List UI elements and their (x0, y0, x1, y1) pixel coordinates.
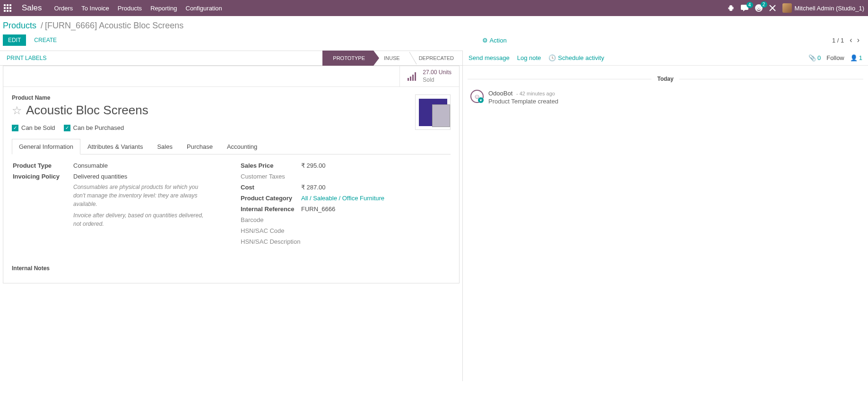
tabs: General Information Attributes & Variant… (12, 139, 451, 154)
cost-value: ₹ 287.00 (301, 184, 325, 191)
svg-rect-0 (408, 78, 409, 81)
user-avatar (782, 3, 792, 13)
gear-icon: ⚙ (482, 37, 488, 44)
pager: 1 / 1 ‹ › (832, 36, 860, 44)
tab-sales[interactable]: Sales (150, 139, 180, 154)
internal-reference-value: FURN_6666 (301, 205, 335, 213)
invoicing-policy-value: Delivered quantities (73, 173, 210, 180)
user-icon: 👤 (850, 54, 858, 61)
chatter-date-label: Today (651, 76, 679, 82)
chatter: Send message Log note 🕓 Schedule activit… (462, 51, 868, 381)
message-body: Product Template created (488, 98, 558, 105)
product-category-value[interactable]: All / Saleable / Office Furniture (301, 195, 384, 202)
follower-count-value: 1 (859, 54, 862, 61)
sales-price-value: ₹ 295.00 (301, 162, 325, 169)
invoicing-policy-label: Invoicing Policy (13, 173, 73, 180)
sales-price-label: Sales Price (241, 162, 301, 169)
internal-reference-label: Internal Reference (241, 205, 301, 213)
action-label: Action (490, 37, 507, 44)
app-brand[interactable]: Sales (22, 3, 42, 13)
product-name: Acoustic Bloc Screens (26, 103, 148, 118)
tab-accounting[interactable]: Accounting (220, 139, 264, 154)
schedule-activity-button[interactable]: 🕓 Schedule activity (548, 54, 604, 61)
log-note-button[interactable]: Log note (517, 54, 541, 61)
send-message-button[interactable]: Send message (469, 54, 510, 61)
product-name-label: Product Name (12, 94, 415, 101)
hsn-desc-label: HSN/SAC Description (241, 238, 301, 245)
form-sheet: 27.00 Units Sold Product Name ☆ Acoustic… (3, 66, 460, 283)
action-menu[interactable]: ⚙ Action (482, 37, 507, 44)
edit-button[interactable]: EDIT (3, 34, 26, 46)
attachment-count[interactable]: 📎0 (808, 54, 821, 61)
product-type-label: Product Type (13, 162, 73, 169)
product-image[interactable] (415, 94, 451, 130)
svg-rect-3 (415, 72, 416, 81)
svg-rect-1 (410, 77, 411, 81)
schedule-activity-label: Schedule activity (558, 54, 604, 61)
nav-configuration[interactable]: Configuration (186, 5, 222, 12)
bar-chart-icon (408, 72, 418, 81)
activities-badge: 2 (761, 1, 767, 8)
print-labels-button[interactable]: PRINT LABELS (0, 55, 53, 61)
create-button[interactable]: CREATE (29, 34, 62, 46)
paperclip-icon: 📎 (808, 54, 816, 61)
status-prototype[interactable]: PROTOTYPE (322, 51, 373, 66)
follow-button[interactable]: Follow (826, 54, 844, 61)
sold-stat-button[interactable]: 27.00 Units Sold (399, 66, 459, 86)
follower-count[interactable]: 👤1 (850, 54, 862, 61)
message-time: - 42 minutes ago (516, 91, 555, 96)
close-studio-icon[interactable] (769, 5, 776, 11)
chatter-message: ☺ OdooBot - 42 minutes ago Product Templ… (468, 88, 863, 107)
can-be-sold-checkbox[interactable]: ✓ Can be Sold (12, 124, 55, 131)
check-icon: ✓ (64, 125, 70, 131)
barcode-label: Barcode (241, 216, 301, 223)
breadcrumb-root[interactable]: Products (3, 21, 36, 30)
breadcrumb-current: [FURN_6666] Acoustic Bloc Screens (45, 21, 183, 30)
hsn-code-label: HSN/SAC Code (241, 227, 301, 234)
product-category-label: Product Category (241, 195, 301, 202)
sold-stat-value: 27.00 Units (423, 69, 451, 77)
top-navbar: Sales Orders To Invoice Products Reporti… (0, 0, 868, 16)
customer-taxes-label: Customer Taxes (241, 173, 301, 180)
apps-icon[interactable] (4, 4, 11, 12)
pager-next-icon[interactable]: › (856, 36, 860, 44)
status-deprecated[interactable]: DEPRECATED (408, 51, 462, 66)
breadcrumb: Products /[FURN_6666] Acoustic Bloc Scre… (0, 16, 868, 31)
pager-text: 1 / 1 (832, 37, 844, 44)
message-author[interactable]: OdooBot (488, 90, 512, 97)
can-be-purchased-label: Can be Purchased (73, 124, 124, 131)
check-icon: ✓ (12, 125, 18, 131)
nav-reporting[interactable]: Reporting (150, 5, 177, 12)
consumable-help-text: Consumables are physical products for wh… (73, 183, 210, 208)
sold-stat-label: Sold (423, 77, 451, 84)
svg-rect-2 (412, 75, 414, 81)
nav-to-invoice[interactable]: To Invoice (81, 5, 109, 12)
control-bar: EDIT CREATE ⚙ Action 1 / 1 ‹ › (0, 31, 868, 51)
favorite-star-icon[interactable]: ☆ (12, 104, 22, 117)
invoice-help-text: Invoice after delivery, based on quantit… (73, 211, 210, 228)
attach-count-value: 0 (817, 54, 821, 61)
cost-label: Cost (241, 184, 301, 191)
tab-purchase[interactable]: Purchase (180, 139, 220, 154)
user-menu[interactable]: Mitchell Admin (Studio_1) (782, 3, 864, 13)
activities-icon[interactable]: 2 (755, 4, 763, 12)
nav-products[interactable]: Products (118, 5, 142, 12)
tab-general-information[interactable]: General Information (12, 139, 80, 154)
tab-attributes-variants[interactable]: Attributes & Variants (80, 139, 150, 154)
debug-icon[interactable] (728, 5, 734, 11)
user-name: Mitchell Admin (Studio_1) (795, 5, 864, 12)
odoobot-avatar: ☺ (470, 90, 484, 103)
internal-notes-label: Internal Notes (12, 265, 451, 272)
messages-badge: 4 (746, 2, 753, 8)
breadcrumb-separator: / (41, 21, 43, 30)
product-type-value: Consumable (73, 162, 108, 169)
statusbar: PRINT LABELS PROTOTYPE INUSE DEPRECATED (0, 51, 462, 66)
can-be-sold-label: Can be Sold (21, 124, 55, 131)
chatter-date-separator: Today (468, 75, 863, 82)
pager-prev-icon[interactable]: ‹ (849, 36, 853, 44)
can-be-purchased-checkbox[interactable]: ✓ Can be Purchased (64, 124, 124, 131)
nav-orders[interactable]: Orders (54, 5, 73, 12)
messages-icon[interactable]: 4 (741, 5, 748, 11)
clock-icon: 🕓 (548, 54, 556, 61)
